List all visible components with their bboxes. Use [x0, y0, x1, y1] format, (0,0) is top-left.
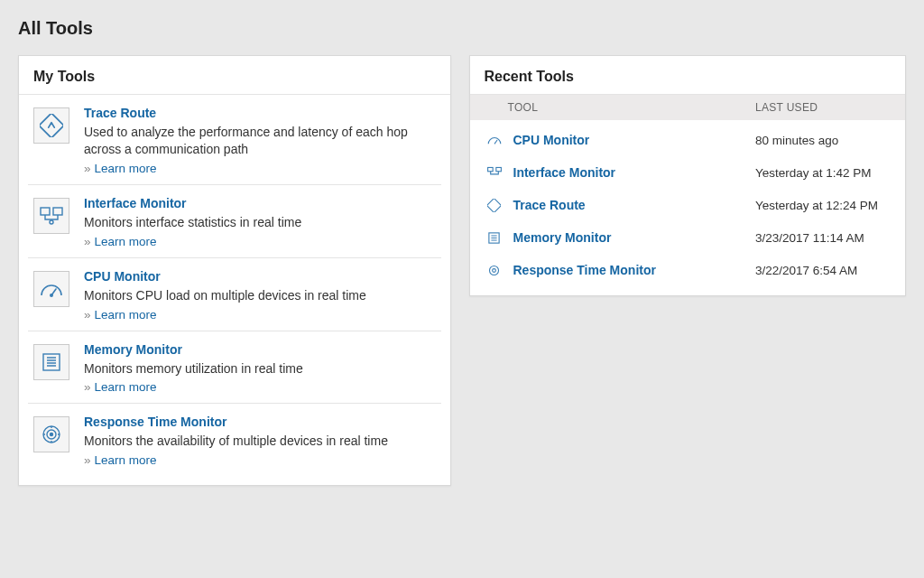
tool-title[interactable]: Response Time Monitor: [84, 415, 436, 429]
learn-more-label: Learn more: [95, 308, 157, 322]
trace-route-icon: [33, 107, 69, 144]
column-last-used: LAST USED: [755, 101, 891, 114]
learn-more-link[interactable]: »Learn more: [84, 453, 436, 467]
learn-more-link[interactable]: »Learn more: [84, 162, 436, 175]
cpu-monitor-icon: [485, 135, 504, 145]
recent-item-cpu-monitor: CPU Monitor 80 minutes ago: [485, 124, 892, 156]
learn-more-link[interactable]: »Learn more: [84, 235, 436, 248]
svg-point-14: [493, 268, 496, 272]
tool-item-memory-monitor: Memory Monitor Monitors memory utilizati…: [28, 331, 441, 405]
recent-item-trace-route: Trace Route Yesterday at 12:24 PM: [485, 189, 892, 221]
response-time-icon: [33, 416, 69, 452]
memory-monitor-icon: [33, 344, 69, 380]
svg-rect-9: [487, 167, 493, 171]
learn-more-link[interactable]: »Learn more: [84, 308, 436, 322]
my-tools-list: Trace Route Used to analyze the performa…: [19, 95, 450, 485]
trace-route-icon: [485, 199, 504, 212]
tool-desc: Monitors memory utilization in real time: [84, 360, 436, 378]
tool-item-response-time: Response Time Monitor Monitors the avail…: [28, 404, 441, 476]
recent-tools-list: CPU Monitor 80 minutes ago Interface Mon…: [470, 120, 906, 295]
recent-name[interactable]: Memory Monitor: [513, 230, 756, 245]
tool-title[interactable]: Trace Route: [84, 106, 436, 120]
tool-title[interactable]: Interface Monitor: [84, 196, 436, 210]
tool-title[interactable]: Memory Monitor: [84, 342, 436, 357]
learn-more-label: Learn more: [95, 235, 157, 248]
learn-more-label: Learn more: [95, 453, 157, 467]
recent-item-response-time: Response Time Monitor 3/22/2017 6:54 AM: [485, 254, 892, 286]
chevron-icon: »: [84, 453, 91, 467]
column-tool: TOOL: [485, 101, 756, 114]
tool-item-cpu-monitor: CPU Monitor Monitors CPU load on multipl…: [28, 258, 441, 331]
recent-tools-card: Recent Tools TOOL LAST USED CPU Monitor …: [469, 55, 907, 296]
interface-monitor-icon: [33, 198, 69, 234]
tool-desc: Monitors interface statistics in real ti…: [84, 214, 436, 231]
svg-point-13: [490, 266, 499, 275]
recent-name[interactable]: Response Time Monitor: [513, 263, 756, 277]
recent-time: 3/22/2017 6:54 AM: [755, 264, 891, 277]
recent-item-interface-monitor: Interface Monitor Yesterday at 1:42 PM: [485, 156, 892, 189]
my-tools-card: My Tools Trace Route Used to analyze the…: [18, 55, 451, 486]
recent-name[interactable]: Interface Monitor: [513, 165, 756, 180]
tool-desc: Monitors the availability of multiple de…: [84, 433, 436, 450]
svg-rect-5: [43, 354, 60, 370]
chevron-icon: »: [84, 235, 91, 248]
recent-time: Yesterday at 1:42 PM: [755, 166, 891, 180]
svg-rect-10: [495, 167, 501, 171]
recent-tools-header: Recent Tools: [470, 56, 906, 95]
page-title: All Tools: [18, 18, 906, 39]
tool-title[interactable]: CPU Monitor: [84, 269, 436, 284]
interface-monitor-icon: [485, 166, 504, 179]
tool-desc: Monitors CPU load on multiple devices in…: [84, 287, 436, 304]
response-time-icon: [485, 264, 504, 277]
svg-rect-0: [40, 114, 63, 137]
recent-tools-columns: TOOL LAST USED: [470, 95, 906, 120]
chevron-icon: »: [84, 162, 91, 175]
recent-time: Yesterday at 12:24 PM: [755, 199, 891, 212]
svg-rect-11: [487, 199, 501, 212]
tool-desc: Used to analyze the performance and late…: [84, 124, 436, 158]
chevron-icon: »: [84, 308, 91, 322]
recent-name[interactable]: CPU Monitor: [513, 133, 756, 147]
recent-time: 80 minutes ago: [755, 134, 891, 147]
svg-point-8: [51, 434, 53, 436]
memory-monitor-icon: [485, 231, 504, 245]
my-tools-header: My Tools: [19, 56, 450, 95]
svg-rect-2: [53, 208, 62, 215]
svg-rect-1: [41, 208, 50, 215]
learn-more-link[interactable]: »Learn more: [84, 380, 436, 394]
chevron-icon: »: [84, 380, 91, 394]
tool-item-interface-monitor: Interface Monitor Monitors interface sta…: [28, 185, 441, 258]
recent-item-memory-monitor: Memory Monitor 3/23/2017 11:14 AM: [485, 221, 892, 254]
recent-time: 3/23/2017 11:14 AM: [755, 231, 891, 245]
svg-point-3: [50, 220, 53, 224]
learn-more-label: Learn more: [95, 380, 157, 394]
cpu-monitor-icon: [33, 271, 69, 307]
learn-more-label: Learn more: [95, 162, 157, 175]
tool-item-trace-route: Trace Route Used to analyze the performa…: [28, 95, 441, 185]
svg-point-4: [51, 294, 52, 295]
recent-name[interactable]: Trace Route: [513, 198, 756, 212]
